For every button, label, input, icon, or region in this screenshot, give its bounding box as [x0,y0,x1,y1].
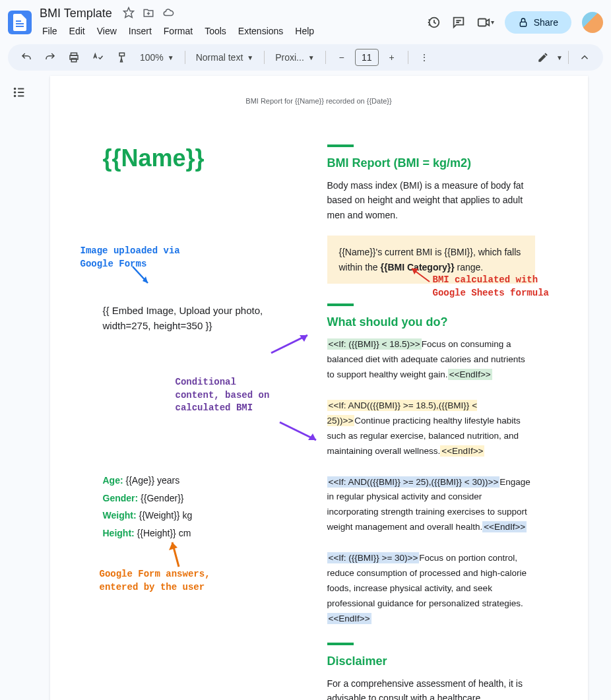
what-section-title: What should you do? [327,315,535,329]
conditional-block-2: <<If: AND(({{BMI}} >= 18.5),({{BMI}} < 2… [327,398,535,459]
disclaimer-title: Disclaimer [327,654,535,668]
share-label: Share [534,17,558,28]
disclaimer-body: For a comprehensive assessment of health… [327,676,535,700]
menu-bar: File Edit View Insert Format Tools Exten… [37,23,421,39]
page-header-text: BMI Report for {{Name}} recorded on {{Da… [103,97,535,105]
metadata-block: Age: {{Age}} years Gender: {{Gender}} We… [103,472,301,542]
toolbar: 100%▼ Normal text▼ Proxi...▼ − + ⋮ ▼ [8,44,603,71]
decrease-font-button[interactable]: − [331,47,352,68]
document-page[interactable]: BMI Report for {{Name}} recorded on {{Da… [50,76,588,700]
increase-font-button[interactable]: + [381,47,402,68]
gender-value: {{Gender}} [141,493,183,503]
user-avatar[interactable] [582,12,603,33]
history-icon[interactable] [426,15,441,30]
bmi-section-body: Body mass index (BMI) is a measure of bo… [327,178,535,222]
menu-file[interactable]: File [37,23,63,39]
menu-view[interactable]: View [92,23,122,39]
comment-icon[interactable] [451,15,466,30]
conditional-block-3: <<If: AND(({{BMI}} >= 25),({{BMI}} < 30)… [327,475,535,536]
arrow-blue-icon [129,263,156,290]
docs-logo-icon[interactable] [8,11,32,34]
height-label: Height: [103,528,135,538]
arrow-red-icon [406,265,433,285]
svg-point-8 [15,92,16,93]
menu-format[interactable]: Format [158,23,198,39]
style-select[interactable]: Normal text▼ [191,49,259,65]
font-select[interactable]: Proxi...▼ [270,49,319,65]
arrow-orange-icon [166,537,192,570]
age-label: Age: [103,475,123,486]
edit-mode-button[interactable] [532,47,554,68]
app-header: BMI Template File Edit View Insert Forma… [0,0,611,44]
svg-marker-0 [123,8,133,18]
bmi-section-title: BMI Report (BMI = kg/m2) [327,156,535,170]
svg-rect-2 [478,18,486,26]
gender-label: Gender: [103,493,139,503]
embed-image-placeholder: {{ Embed Image, Upload your photo, width… [103,303,301,333]
arrow-purple-down-icon [276,419,323,445]
menu-tools[interactable]: Tools [199,23,232,39]
age-value: {{Age}} years [126,475,180,486]
svg-point-9 [15,96,16,97]
menu-insert[interactable]: Insert [123,23,157,39]
weight-value: {{Weight}} kg [139,510,192,521]
collapse-toolbar-button[interactable] [574,47,595,68]
document-title[interactable]: BMI Template [37,5,115,22]
print-button[interactable] [63,47,84,68]
star-icon[interactable] [123,7,135,20]
redo-button[interactable] [40,47,61,68]
meet-icon[interactable]: ▾ [476,15,494,30]
outline-toggle-icon[interactable] [8,81,34,106]
paint-format-button[interactable] [111,47,132,68]
svg-marker-12 [412,269,418,274]
spellcheck-button[interactable] [87,47,108,68]
move-icon[interactable] [143,7,154,20]
svg-rect-3 [520,22,526,26]
share-button[interactable]: Share [505,11,571,34]
zoom-select[interactable]: 100%▼ [135,49,179,65]
name-placeholder: {{Name}} [103,144,301,172]
annotation-image-upload: Image uploaded via Google Forms [80,245,301,270]
undo-button[interactable] [16,47,37,68]
font-size-input[interactable] [355,49,379,66]
cloud-icon[interactable] [162,7,174,20]
edit-mode-dropdown[interactable]: ▼ [556,54,563,61]
annotation-bmi-calc: BMI calculated with Google Sheets formul… [433,274,549,300]
svg-point-7 [15,88,16,90]
annotation-forms: Google Form answers, entered by the user [100,568,210,594]
menu-extensions[interactable]: Extensions [233,23,288,39]
weight-label: Weight: [103,510,137,521]
conditional-block-1: <<If: ({{BMI}} < 18.5)>>Focus on consumi… [327,337,535,383]
menu-help[interactable]: Help [290,23,319,39]
conditional-block-4: <<If: ({{BMI}} >= 30)>>Focus on portion … [327,551,535,627]
annotation-conditional: Conditional content, based on calculated… [176,376,270,415]
arrow-purple-up-icon [268,330,314,356]
more-toolbar-button[interactable]: ⋮ [414,47,435,68]
menu-edit[interactable]: Edit [64,23,90,39]
